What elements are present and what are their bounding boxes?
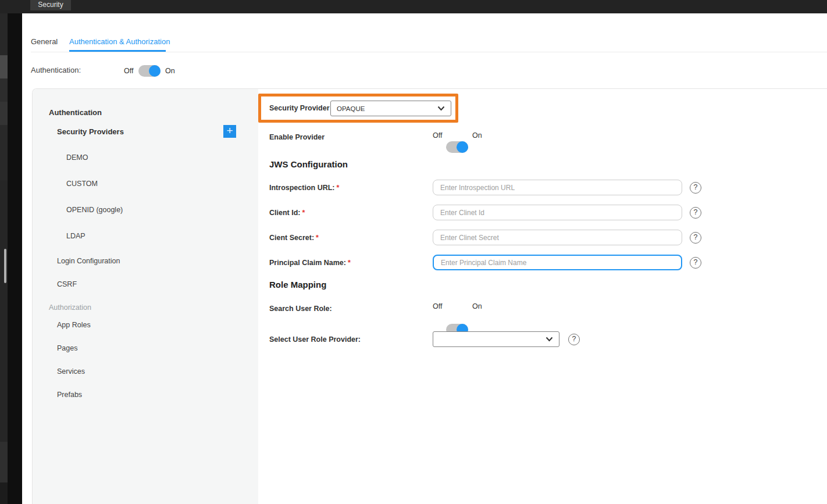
nav-item-csrf[interactable]: CSRF bbox=[57, 280, 77, 288]
rail-segment bbox=[0, 442, 8, 482]
help-icon[interactable]: ? bbox=[690, 257, 701, 269]
search-user-role-toggle-off-label: Off bbox=[433, 302, 442, 310]
tabs-divider bbox=[31, 52, 827, 52]
panel-drag-handle[interactable] bbox=[4, 249, 6, 283]
help-icon[interactable]: ? bbox=[690, 182, 701, 194]
rail-segment bbox=[0, 125, 8, 180]
rail-segment bbox=[0, 78, 8, 102]
nav-item-app-roles[interactable]: App Roles bbox=[57, 321, 91, 329]
nav-header-authentication: Authentication bbox=[49, 108, 102, 117]
required-asterisk: * bbox=[316, 234, 319, 242]
authentication-toggle-on-label: On bbox=[165, 67, 175, 75]
security-provider-select[interactable]: OPAQUE bbox=[330, 101, 451, 116]
tab-authentication-authorization[interactable]: Authentication & Authorization bbox=[69, 37, 170, 46]
nav-item-login-configuration[interactable]: Login Configuration bbox=[57, 257, 120, 265]
add-provider-button[interactable]: + bbox=[223, 125, 236, 138]
authentication-toggle[interactable] bbox=[138, 65, 161, 77]
help-icon[interactable]: ? bbox=[690, 207, 701, 219]
introspection-url-label: Introspection URL:* bbox=[269, 184, 339, 192]
tab-general[interactable]: General bbox=[31, 37, 58, 46]
rail-segment-active bbox=[0, 55, 8, 78]
nav-item-provider-demo[interactable]: DEMO bbox=[66, 153, 88, 162]
search-user-role-label: Search User Role: bbox=[269, 305, 332, 313]
help-icon[interactable]: ? bbox=[690, 232, 701, 244]
authentication-toggle-off-label: Off bbox=[124, 67, 133, 75]
enable-provider-label: Enable Provider bbox=[269, 133, 325, 141]
enable-provider-toggle-off-label: Off bbox=[433, 131, 442, 140]
security-window-tab[interactable]: Security bbox=[30, 0, 71, 10]
nav-item-provider-custom[interactable]: CUSTOM bbox=[66, 180, 98, 188]
authentication-label: Authentication: bbox=[31, 66, 81, 74]
enable-provider-toggle-on-label: On bbox=[472, 131, 482, 140]
client-id-input[interactable] bbox=[433, 205, 682, 220]
chevron-down-icon bbox=[437, 106, 445, 111]
nav-item-provider-ldap[interactable]: LDAP bbox=[66, 232, 85, 240]
principal-claim-name-input[interactable] bbox=[433, 255, 682, 270]
introspection-url-input[interactable] bbox=[433, 180, 682, 195]
chevron-down-icon bbox=[546, 337, 553, 342]
user-role-provider-select[interactable] bbox=[433, 331, 559, 347]
nav-item-prefabs[interactable]: Prefabs bbox=[57, 391, 82, 399]
security-provider-selected-value: OPAQUE bbox=[337, 105, 365, 112]
select-user-role-provider-label: Select User Role Provider: bbox=[269, 335, 361, 344]
nav-header-authorization: Authorization bbox=[49, 303, 91, 312]
toggle-knob bbox=[457, 141, 468, 153]
role-mapping-heading: Role Mapping bbox=[269, 280, 326, 289]
client-secret-input[interactable] bbox=[433, 230, 682, 245]
security-side-nav: Authentication Security Providers + DEMO… bbox=[33, 89, 258, 504]
client-secret-label: Cient Secret:* bbox=[269, 234, 319, 242]
nav-item-pages[interactable]: Pages bbox=[57, 344, 77, 352]
enable-provider-toggle[interactable] bbox=[446, 141, 468, 153]
client-id-label: Client Id:* bbox=[269, 209, 305, 217]
rail-segment bbox=[0, 102, 8, 125]
toggle-knob bbox=[149, 65, 161, 77]
required-asterisk: * bbox=[348, 259, 351, 267]
nav-item-security-providers[interactable]: Security Providers bbox=[57, 127, 124, 136]
nav-item-provider-openid[interactable]: OPENID (google) bbox=[66, 206, 123, 214]
required-asterisk: * bbox=[302, 209, 305, 217]
rail-segment bbox=[0, 482, 8, 504]
security-settings-panel: Authentication Security Providers + DEMO… bbox=[32, 88, 827, 504]
required-asterisk: * bbox=[337, 184, 340, 192]
security-provider-label: Security Provider bbox=[269, 104, 330, 112]
rail-segment bbox=[0, 13, 8, 55]
top-bar bbox=[0, 0, 827, 13]
jws-configuration-heading: JWS Configuration bbox=[269, 159, 348, 169]
search-user-role-toggle-on-label: On bbox=[472, 302, 482, 310]
rail-segment bbox=[0, 180, 8, 442]
left-toolbar-rail bbox=[0, 13, 22, 504]
nav-item-services[interactable]: Services bbox=[57, 367, 85, 376]
principal-claim-name-label: Principal Claim Name:* bbox=[269, 259, 351, 267]
help-icon[interactable]: ? bbox=[568, 334, 580, 345]
